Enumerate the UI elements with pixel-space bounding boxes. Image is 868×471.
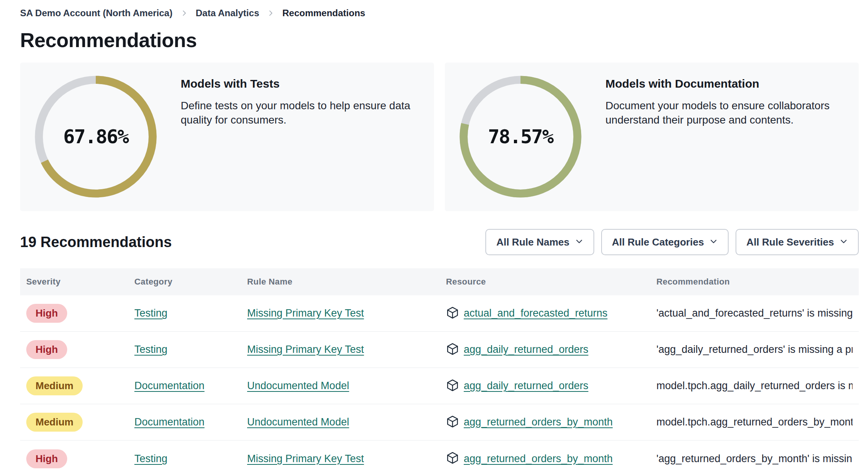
table-row: High Testing Missing Primary Key Test ac… [20, 295, 859, 332]
tests-donut-chart: 67.86% [33, 74, 158, 199]
rule-severities-filter-dropdown[interactable]: All Rule Severities [736, 229, 859, 255]
tests-card-description: Define tests on your models to help ensu… [181, 99, 422, 127]
recommendation-text: 'actual_and_forecasted_returns' is missi… [656, 307, 853, 319]
recommendations-page: SA Demo Account (North America) Data Ana… [0, 0, 868, 471]
docs-card-title: Models with Documentation [605, 77, 847, 90]
list-header: 19 Recommendations All Rule Names All Ru… [20, 229, 859, 255]
rule-name-link[interactable]: Missing Primary Key Test [247, 453, 364, 464]
table-row: Medium Documentation Undocumented Model … [20, 368, 859, 404]
breadcrumb: SA Demo Account (North America) Data Ana… [20, 8, 859, 19]
tests-card-title: Models with Tests [181, 77, 422, 90]
rule-categories-filter-dropdown[interactable]: All Rule Categories [601, 229, 729, 255]
severity-badge: High [26, 304, 67, 323]
category-link[interactable]: Documentation [134, 416, 205, 428]
recommendations-table: Severity Category Rule Name Resource Rec… [20, 268, 859, 471]
page-title: Recommendations [20, 29, 859, 52]
resource-link[interactable]: agg_returned_orders_by_month [464, 416, 613, 428]
model-cube-icon [446, 342, 459, 357]
models-with-docs-card: 78.57% Models with Documentation Documen… [445, 63, 859, 211]
docs-card-description: Document your models to ensure collabora… [605, 99, 847, 127]
table-row: Medium Documentation Undocumented Model … [20, 404, 859, 441]
tests-card-text: Models with Tests Define tests on your m… [181, 74, 422, 127]
breadcrumb-project-link[interactable]: Data Analytics [196, 8, 259, 19]
rule-categories-filter-label: All Rule Categories [612, 236, 704, 248]
column-header-category: Category [134, 277, 247, 287]
model-cube-icon [446, 306, 459, 321]
column-header-rule-name: Rule Name [247, 277, 446, 287]
category-link[interactable]: Testing [134, 307, 168, 319]
docs-donut-chart: 78.57% [458, 74, 583, 199]
table-body: High Testing Missing Primary Key Test ac… [20, 295, 859, 471]
model-cube-icon [446, 379, 459, 393]
category-link[interactable]: Testing [134, 453, 168, 464]
breadcrumb-account-link[interactable]: SA Demo Account (North America) [20, 8, 173, 19]
rule-name-link[interactable]: Missing Primary Key Test [247, 307, 364, 319]
recommendation-text: 'agg_returned_orders_by_month' is missin… [656, 453, 853, 464]
table-header-row: Severity Category Rule Name Resource Rec… [20, 268, 859, 295]
rule-name-link[interactable]: Undocumented Model [247, 380, 349, 391]
models-with-tests-card: 67.86% Models with Tests Define tests on… [20, 63, 434, 211]
rule-names-filter-label: All Rule Names [496, 236, 569, 248]
chevron-right-icon [180, 9, 188, 17]
recommendation-text: model.tpch.agg_daily_returned_orders is … [656, 380, 853, 391]
docs-card-text: Models with Documentation Document your … [605, 74, 847, 127]
filters: All Rule Names All Rule Categories All R… [485, 229, 859, 255]
resource-link[interactable]: agg_daily_returned_orders [464, 344, 588, 356]
column-header-resource: Resource [446, 277, 656, 287]
docs-percent-label: 78.57% [458, 74, 583, 199]
table-row: High Testing Missing Primary Key Test ag… [20, 441, 859, 471]
tests-percent-label: 67.86% [33, 74, 158, 199]
table-row: High Testing Missing Primary Key Test ag… [20, 332, 859, 368]
severity-badge: Medium [26, 413, 83, 432]
category-link[interactable]: Testing [134, 344, 168, 355]
resource-link[interactable]: agg_daily_returned_orders [464, 380, 588, 392]
severity-badge: Medium [26, 376, 83, 395]
model-cube-icon [446, 451, 459, 466]
column-header-severity: Severity [26, 277, 134, 287]
rule-names-filter-dropdown[interactable]: All Rule Names [485, 229, 594, 255]
recommendation-text: 'agg_daily_returned_orders' is missing a… [656, 344, 853, 355]
rule-severities-filter-label: All Rule Severities [746, 236, 834, 248]
chevron-down-icon [709, 236, 718, 248]
recommendations-count-heading: 19 Recommendations [20, 234, 172, 251]
breadcrumb-current: Recommendations [282, 8, 365, 19]
severity-badge: High [26, 340, 67, 359]
resource-link[interactable]: agg_returned_orders_by_month [464, 453, 613, 465]
column-header-recommendation: Recommendation [656, 277, 853, 287]
stat-cards: 67.86% Models with Tests Define tests on… [20, 63, 859, 211]
chevron-right-icon [267, 9, 275, 17]
severity-badge: High [26, 449, 67, 468]
rule-name-link[interactable]: Undocumented Model [247, 416, 349, 428]
category-link[interactable]: Documentation [134, 380, 205, 391]
rule-name-link[interactable]: Missing Primary Key Test [247, 344, 364, 355]
chevron-down-icon [839, 236, 848, 248]
chevron-down-icon [575, 236, 583, 248]
resource-link[interactable]: actual_and_forecasted_returns [464, 307, 607, 319]
recommendation-text: model.tpch.agg_returned_orders_by_month … [656, 416, 853, 428]
model-cube-icon [446, 415, 459, 430]
